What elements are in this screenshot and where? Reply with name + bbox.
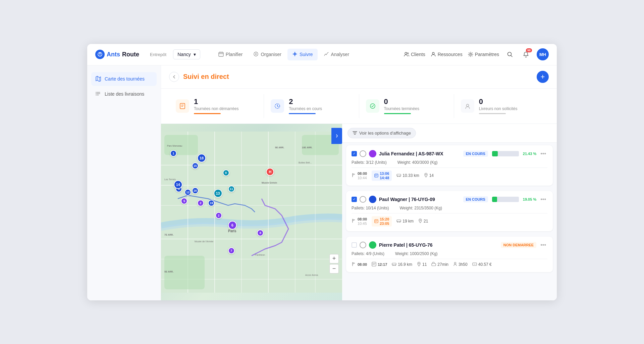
time-end-value-paul: 10:45: [358, 222, 367, 226]
svg-text:10E ARR.: 10E ARR.: [302, 146, 312, 149]
route-status-pierre: NON DEMARREE: [501, 242, 536, 248]
distance-icon-pierre: [392, 262, 396, 267]
progress-label-paul: 19.05 %: [523, 197, 536, 201]
zoom-out-button[interactable]: −: [329, 264, 339, 274]
progress-container-paul: [492, 197, 519, 202]
time-start-value-pierre: 08:00: [358, 262, 367, 266]
nav-planifier[interactable]: Planifier: [214, 49, 248, 60]
time-start-julia: 08:00 10:44: [352, 171, 367, 180]
svg-text:Musée de l'Armée: Musée de l'Armée: [195, 240, 213, 243]
time-next-end-julia: 14:48: [380, 176, 389, 180]
progress-container-julia: [492, 151, 519, 156]
ressources-action[interactable]: Ressources: [431, 52, 463, 57]
distance-value-pierre: 16.9 km: [398, 262, 412, 267]
route-circle-julia: [360, 150, 366, 157]
header-actions: Clients Ressources Paramètres 98 MH: [404, 48, 549, 60]
ressources-label: Ressources: [438, 52, 463, 57]
svg-rect-51: [375, 219, 378, 223]
nav-organiser-label: Organiser: [261, 52, 281, 57]
map-pin-13: 13: [214, 189, 222, 198]
nav-suivre[interactable]: Suivre: [287, 49, 318, 60]
time-badge-paul: 15:20 23:05: [372, 216, 392, 227]
stat-bar-0: [194, 113, 221, 114]
display-options-button[interactable]: Voir les options d'affichage: [347, 128, 416, 138]
parametres-action[interactable]: Paramètres: [468, 52, 499, 57]
route-card-pierre: Pierre Patel | 65-UYG-76 NON DEMARREE ••…: [346, 237, 553, 272]
route-more-paul[interactable]: •••: [539, 196, 547, 202]
drive-time-pierre: 27min: [431, 262, 448, 267]
time-start-pierre: 08:00: [352, 262, 367, 267]
divider-pierre: [352, 259, 547, 259]
svg-text:5E ARR.: 5E ARR.: [164, 271, 173, 273]
organiser-icon: [253, 51, 259, 58]
svg-rect-14: [180, 103, 185, 109]
body: Carte des tournées Liste des livraisons …: [87, 65, 557, 300]
svg-text:7E ARR.: 7E ARR.: [164, 234, 173, 236]
nav-organiser[interactable]: Organiser: [249, 49, 286, 60]
nav-analyser-label: Analyser: [331, 52, 349, 57]
svg-point-8: [432, 52, 434, 54]
svg-text:Buttes Bell...: Buttes Bell...: [299, 161, 312, 164]
route-check-pierre[interactable]: [352, 242, 357, 248]
location-icon-pierre: [417, 262, 421, 267]
map-expand-button[interactable]: [331, 128, 342, 144]
route-more-pierre[interactable]: •••: [539, 242, 547, 248]
stat-icon-blue: [271, 99, 284, 113]
map-pin-7: 7: [228, 247, 235, 254]
route-card-paul: ✓ Paul Wagner | 76-UYG-09 EN COURS 19.05…: [346, 191, 553, 231]
checkmark-paul: ✓: [353, 197, 356, 201]
route-check-julia[interactable]: ✓: [352, 151, 357, 156]
distance-value-paul: 19 km: [402, 219, 414, 224]
zoom-in-button[interactable]: +: [329, 254, 339, 263]
svg-text:Accor Arena: Accor Arena: [305, 274, 318, 276]
progress-bar-julia: [492, 151, 498, 156]
route-info-julia: Pallets: 3/12 (Units) Weight: 400/3000 (…: [352, 160, 547, 165]
svg-point-50: [425, 174, 426, 175]
notifications-button[interactable]: 98: [521, 49, 531, 60]
user-avatar[interactable]: MH: [537, 48, 549, 60]
stops-value-pierre: 11: [422, 262, 427, 267]
clock-icon-pierre: [372, 262, 376, 267]
cost-icon-pierre: [472, 262, 477, 267]
nav-analyser[interactable]: Analyser: [319, 49, 354, 60]
stat-non-demarrees: 1 Tournées non démarrées: [169, 94, 264, 118]
sidebar-liste-label: Liste des livraisons: [105, 91, 144, 97]
route-circle-paul: [360, 196, 366, 203]
time-dist-value-pierre: 12:17: [378, 262, 387, 266]
sidebar-item-carte[interactable]: Carte des tournées: [91, 72, 157, 86]
route-check-paul[interactable]: ✓: [352, 197, 357, 202]
page-header: Suivi en direct +: [161, 65, 557, 89]
logo-ants-text: Ants: [107, 51, 120, 58]
analyser-icon: [324, 51, 329, 58]
cost-value-pierre: 40.57 €: [478, 262, 492, 267]
calendar-icon: [218, 51, 224, 58]
route-more-julia[interactable]: •••: [539, 151, 547, 157]
svg-point-1: [99, 53, 101, 54]
time-next-end-paul: 23:05: [380, 222, 389, 226]
route-header-pierre: Pierre Patel | 65-UYG-76 NON DEMARREE ••…: [352, 241, 547, 249]
nav-suivre-label: Suivre: [300, 52, 313, 57]
stops-julia: 14: [424, 173, 434, 179]
search-button[interactable]: [504, 49, 515, 60]
stat-number-3: 0: [479, 98, 518, 105]
distance-paul: 19 km: [396, 218, 414, 224]
sidebar-item-liste[interactable]: Liste des livraisons: [91, 87, 157, 101]
stat-icon-gray: [461, 99, 474, 113]
stat-bar-1: [289, 113, 316, 114]
route-circle-pierre: [360, 242, 366, 248]
progress-label-julia: 21.43 %: [523, 152, 536, 156]
depot-select[interactable]: Nancy ▾: [173, 49, 200, 59]
add-button[interactable]: +: [537, 71, 549, 83]
clients-action[interactable]: Clients: [404, 52, 425, 57]
svg-rect-2: [219, 52, 223, 56]
svg-point-11: [96, 92, 96, 93]
distance-icon-paul: [396, 218, 401, 224]
back-button[interactable]: [169, 72, 179, 82]
map-container: Parc Monceau 9E ARR. 10E ARR. Les Ternés…: [161, 124, 342, 300]
map-background: Parc Monceau 9E ARR. 10E ARR. Les Ternés…: [161, 124, 342, 300]
routes-filter-bar: Voir les options d'affichage: [342, 124, 557, 143]
map-pin-15: 15: [192, 162, 199, 169]
drive-icon-pierre: [431, 262, 436, 267]
time-start-value-julia: 08:00: [358, 171, 367, 176]
header: AntsRoute Entrepôt Nancy ▾ Planifier Org…: [87, 44, 557, 65]
